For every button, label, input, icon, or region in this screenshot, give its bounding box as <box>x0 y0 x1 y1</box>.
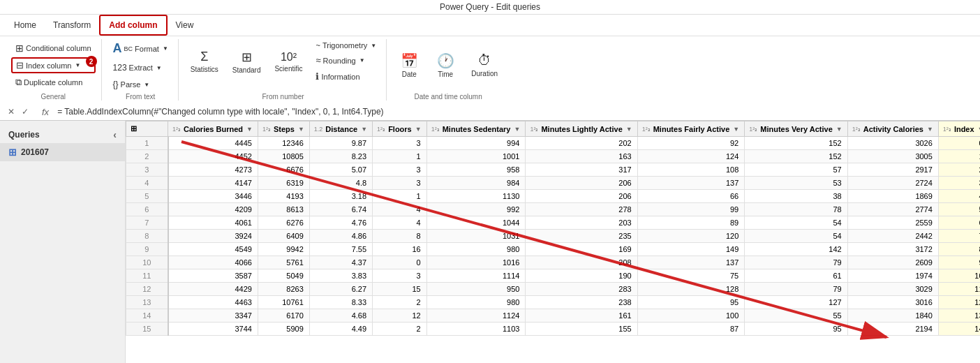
table-cell: 317 <box>526 163 637 177</box>
col-header-minutes-fairly-active[interactable]: 1²₃ Minutes Fairly Active ▼ <box>637 121 745 137</box>
col-header-minutes-lightly-active[interactable]: 1²₃ Minutes Lightly Active ▼ <box>526 121 637 137</box>
table-cell: 7.55 <box>309 243 372 256</box>
col-header-steps[interactable]: 1²₃ Steps ▼ <box>258 121 309 137</box>
table-cell: 99 <box>637 203 745 216</box>
sidebar-collapse-button[interactable]: ‹ <box>113 129 117 140</box>
table-cell: 79 <box>745 283 847 296</box>
duration-button[interactable]: ⏱ Duration <box>466 50 503 80</box>
filter-steps[interactable]: ▼ <box>297 126 305 133</box>
table-cell: 4.8 <box>309 177 372 190</box>
col-header-index[interactable]: 1²₃ Index ▼ <box>938 121 980 137</box>
filter-floors[interactable]: ▼ <box>415 126 422 133</box>
table-cell: 3347 <box>168 309 258 323</box>
table-cell: 5909 <box>258 323 309 336</box>
formula-confirm-icon[interactable]: ✓ <box>20 106 31 117</box>
information-button[interactable]: ℹ Information <box>311 69 380 84</box>
table-cell: 1114 <box>426 269 526 283</box>
format-icon: A <box>113 41 122 56</box>
table-cell: 100 <box>637 309 745 323</box>
filter-minutes-sedentary[interactable]: ▼ <box>514 126 521 133</box>
tab-home[interactable]: Home <box>6 16 45 34</box>
time-button[interactable]: 🕐 Time <box>430 50 461 80</box>
row-number-cell: 15 <box>126 323 168 336</box>
filter-activity-calories[interactable]: ▼ <box>926 126 934 133</box>
trigonometry-button[interactable]: ~ Trigonometry ▼ <box>311 39 380 52</box>
extract-button[interactable]: 123 Extract ▼ <box>109 61 172 75</box>
standard-button[interactable]: ⊞ Standard <box>228 47 266 76</box>
table-row[interactable]: 3427366765.0739583171085729172 <box>126 163 981 177</box>
table-row[interactable]: 14445123469.8739942029215230260 <box>126 137 981 150</box>
col-header-distance[interactable]: 1.2 Distance ▼ <box>309 121 372 137</box>
col-header-calories-burned[interactable]: 1²₃ Calories Burned ▼ <box>168 121 258 137</box>
filter-minutes-lightly-active[interactable]: ▼ <box>625 126 633 133</box>
col-header-floors[interactable]: 1²₃ Floors ▼ <box>373 121 427 137</box>
table-row[interactable]: 24452108058.231100116312415230051 <box>126 150 981 163</box>
col-header-activity-calories[interactable]: 1²₃ Activity Calories ▼ <box>847 121 938 137</box>
conditional-column-button[interactable]: ⊞ Conditional column <box>11 40 96 56</box>
tab-transform[interactable]: Transform <box>45 16 99 34</box>
table-row[interactable]: 9454999427.551698016914914231728 <box>126 243 981 256</box>
main-area: Queries ‹ ⊞ 201607 ⊞ <box>0 121 980 363</box>
table-cell: 137 <box>637 177 745 190</box>
filter-distance[interactable]: ▼ <box>360 126 368 133</box>
row-number-cell: 7 <box>126 216 168 230</box>
table-row[interactable]: 14334761704.6812112416110055184013 <box>126 309 981 323</box>
table-cell: 4 <box>938 190 980 203</box>
format-label: Format <box>135 45 159 53</box>
table-row[interactable]: 7406162764.7641044203895425596 <box>126 216 981 230</box>
table-cell: 1130 <box>426 190 526 203</box>
table-row[interactable]: 15374459094.49211031558795219414 <box>126 323 981 336</box>
table-cell: 994 <box>426 137 526 150</box>
tab-add-column[interactable]: Add column <box>99 15 167 36</box>
table-cell: 124 <box>637 150 745 163</box>
table-cell: 4 <box>373 203 427 216</box>
filter-index[interactable]: ▼ <box>977 126 980 133</box>
table-cell: 120 <box>637 230 745 243</box>
table-row[interactable]: 4414763194.839842061375327243 <box>126 177 981 190</box>
table-cell: 61 <box>745 269 847 283</box>
col-header-minutes-very-active[interactable]: 1²₃ Minutes Very Active ▼ <box>745 121 847 137</box>
table-cell: 8613 <box>258 203 309 216</box>
statistics-button[interactable]: Σ Statistics <box>186 47 223 75</box>
content-area[interactable]: ⊞ 1²₃ Calories Burned ▼ 1²₃ Steps <box>126 121 980 363</box>
table-row[interactable]: 134463107618.33298023895127301612 <box>126 296 981 309</box>
filter-calories-burned[interactable]: ▼ <box>246 126 253 133</box>
format-button[interactable]: A BC Format ▼ <box>109 39 172 58</box>
sidebar-item-201607[interactable]: ⊞ 201607 <box>0 143 125 161</box>
table-row[interactable]: 11358750493.83311141907561197410 <box>126 269 981 283</box>
formula-cancel-icon[interactable]: ✕ <box>6 106 17 117</box>
table-cell: 9 <box>938 256 980 269</box>
index-column-button[interactable]: ⊟ Index column ▼ 2 <box>11 57 96 73</box>
table-row[interactable]: 8392464094.86810312351205424427 <box>126 230 981 243</box>
rounding-button[interactable]: ≈ Rounding ▼ <box>311 53 380 68</box>
table-row[interactable]: 6420986136.744992278997827745 <box>126 203 981 216</box>
filter-minutes-very-active[interactable]: ▼ <box>836 126 843 133</box>
table-row[interactable]: 5344641933.1811130206663818694 <box>126 190 981 203</box>
table-cell: 4445 <box>168 137 258 150</box>
scientific-button[interactable]: 10² Scientific <box>269 49 307 75</box>
table-cell: 3026 <box>847 137 938 150</box>
ribbon-group-general: ⊞ Conditional column ⊟ Index column ▼ 2 … <box>6 39 102 101</box>
tab-view[interactable]: View <box>168 16 202 34</box>
standard-label: Standard <box>232 66 261 74</box>
duplicate-column-button[interactable]: ⧉ Duplicate column <box>11 75 96 90</box>
sidebar-title: Queries <box>8 130 40 140</box>
table-cell: 8 <box>373 230 427 243</box>
trigonometry-icon: ~ <box>315 41 320 50</box>
table-row[interactable]: 10406657614.37010162081377926099 <box>126 256 981 269</box>
table-cell: 8.23 <box>309 150 372 163</box>
table-cell: 5049 <box>258 269 309 283</box>
table-cell: 1001 <box>426 150 526 163</box>
table-cell: 5.07 <box>309 163 372 177</box>
table-cell: 7 <box>938 230 980 243</box>
filter-minutes-fairly-active[interactable]: ▼ <box>732 126 740 133</box>
table-cell: 992 <box>426 203 526 216</box>
table-cell: 2559 <box>847 216 938 230</box>
table-cell: 5 <box>938 203 980 216</box>
date-button[interactable]: 📅 Date <box>394 50 424 80</box>
table-row[interactable]: 12442982636.271595028312879302911 <box>126 283 981 296</box>
ribbon-group-from-text: A BC Format ▼ 123 Extract ▼ {} Parse ▼ F… <box>103 39 179 101</box>
parse-button[interactable]: {} Parse ▼ <box>109 77 172 91</box>
table-cell: 235 <box>526 230 637 243</box>
col-header-minutes-sedentary[interactable]: 1²₃ Minutes Sedentary ▼ <box>426 121 526 137</box>
